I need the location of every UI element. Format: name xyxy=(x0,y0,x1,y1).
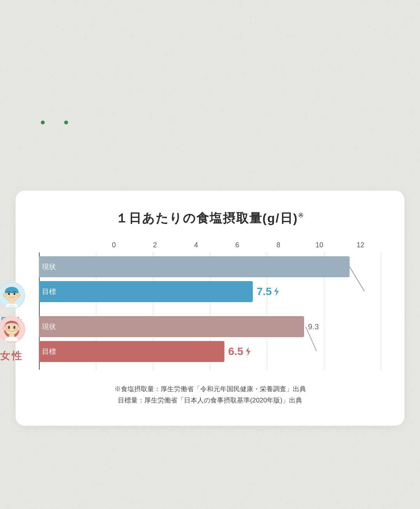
female-current-label: 現状 xyxy=(42,316,56,337)
x-label-10: 10 xyxy=(299,241,340,249)
svg-point-1 xyxy=(3,293,6,297)
svg-point-17 xyxy=(6,328,9,331)
male-target-bar: 目標 xyxy=(39,281,253,302)
male-current-label: 現状 xyxy=(42,256,56,277)
svg-point-4 xyxy=(14,293,16,295)
male-target-bar-row: 目標 7.5 xyxy=(39,281,381,302)
dot-container xyxy=(41,121,68,124)
svg-point-8 xyxy=(13,305,14,306)
female-target-value: 6.5 xyxy=(228,345,243,358)
svg-marker-10 xyxy=(274,287,279,296)
x-label-6: 6 xyxy=(217,241,258,249)
chart-card: １日あたりの食塩摂取量(g/日)※ 0 2 4 6 8 10 12 xyxy=(16,191,404,426)
x-label-12: 12 xyxy=(340,241,381,249)
svg-point-7 xyxy=(11,305,12,306)
chart-title-superscript: ※ xyxy=(298,212,304,219)
x-axis-row: 0 2 4 6 8 10 12 xyxy=(39,241,381,249)
female-avatar xyxy=(0,316,25,343)
x-label-2: 2 xyxy=(135,241,176,249)
svg-point-6 xyxy=(9,305,10,306)
top-section xyxy=(0,0,420,191)
male-flash-icon xyxy=(273,286,280,297)
male-current-bar: 現状 xyxy=(39,256,350,277)
x-axis-labels: 0 2 4 6 8 10 12 xyxy=(93,241,381,249)
female-target-label: 目標 xyxy=(42,341,56,362)
male-target-label: 目標 xyxy=(42,281,56,302)
svg-point-2 xyxy=(17,293,20,297)
chart-wrapper: 0 2 4 6 8 10 12 xyxy=(39,241,381,370)
x-label-8: 8 xyxy=(258,241,299,249)
footnote-1: ※食塩摂取量：厚生労働省「令和元年国民健康・栄養調査」出典 xyxy=(39,384,381,395)
male-target-value-container: 7.5 xyxy=(257,285,280,298)
chart-title: １日あたりの食塩摂取量(g/日)※ xyxy=(39,210,381,227)
female-avatar-col: 女性 xyxy=(0,316,39,363)
dot-1 xyxy=(41,121,45,124)
female-target-bar: 目標 xyxy=(39,341,224,362)
bottom-spacer xyxy=(39,362,381,370)
female-gender-label: 女性 xyxy=(0,349,23,363)
x-label-0: 0 xyxy=(93,241,135,249)
x-label-4: 4 xyxy=(175,241,217,249)
female-current-bar-row: 現状 9.3 xyxy=(39,316,381,337)
female-current-bar: 現状 xyxy=(39,316,304,337)
male-avatar xyxy=(0,282,25,309)
svg-point-13 xyxy=(3,327,6,331)
svg-marker-21 xyxy=(246,347,250,356)
male-current-bar-row: 現状 xyxy=(39,256,381,277)
svg-point-18 xyxy=(14,328,17,331)
female-bars-group: 現状 9.3 目標 xyxy=(39,316,381,362)
female-target-bar-row: 目標 6.5 xyxy=(39,341,381,362)
bars-area: 現状 目標 7.5 xyxy=(39,252,381,370)
svg-point-14 xyxy=(17,327,20,331)
male-target-value: 7.5 xyxy=(257,285,272,298)
female-target-value-container: 6.5 xyxy=(228,345,252,358)
dot-2 xyxy=(64,121,68,124)
female-group-row: 女性 現状 9.3 xyxy=(39,316,381,362)
footnote-2: 目標量：厚生労働省「日本人の食事摂取基準(2020年版)」出典 xyxy=(39,395,381,406)
chart-body-row: 男性 xyxy=(39,252,381,370)
female-current-value: 9.3 xyxy=(308,322,319,331)
male-bars-group: 現状 目標 7.5 xyxy=(39,252,381,310)
svg-point-3 xyxy=(8,293,10,295)
group-spacer xyxy=(39,310,381,316)
footnote-area: ※食塩摂取量：厚生労働省「令和元年国民健康・栄養調査」出典 目標量：厚生労働省「… xyxy=(39,384,381,406)
female-flash-icon xyxy=(244,346,252,357)
